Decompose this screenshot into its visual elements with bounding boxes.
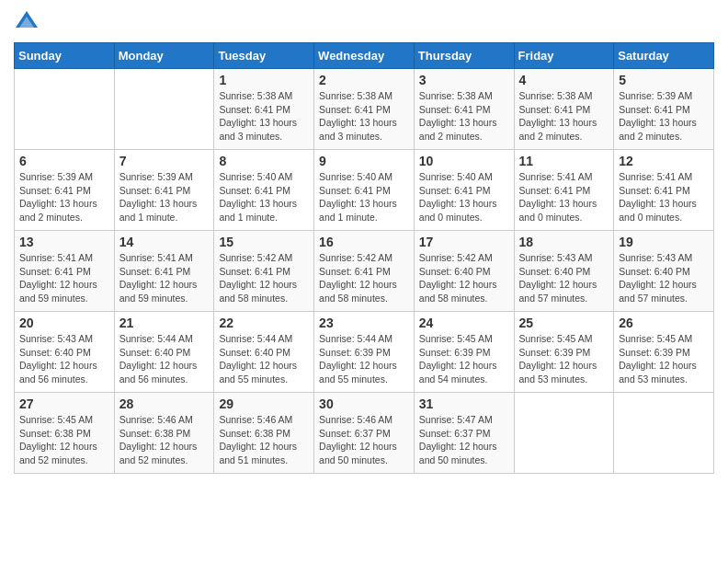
day-detail: Sunrise: 5:38 AMSunset: 6:41 PMDaylight:… xyxy=(319,89,409,144)
day-detail: Sunrise: 5:45 AMSunset: 6:38 PMDaylight:… xyxy=(19,413,109,467)
day-number: 28 xyxy=(119,396,210,411)
calendar-cell: 27Sunrise: 5:45 AMSunset: 6:38 PMDayligh… xyxy=(15,393,115,474)
day-number: 1 xyxy=(219,73,309,87)
day-number: 11 xyxy=(519,154,609,168)
calendar-cell: 29Sunrise: 5:46 AMSunset: 6:38 PMDayligh… xyxy=(214,393,314,474)
day-number: 17 xyxy=(419,235,509,249)
day-number: 30 xyxy=(319,396,409,411)
day-detail: Sunrise: 5:41 AMSunset: 6:41 PMDaylight:… xyxy=(519,170,609,224)
calendar-cell: 26Sunrise: 5:45 AMSunset: 6:39 PMDayligh… xyxy=(614,312,714,393)
calendar-cell: 17Sunrise: 5:42 AMSunset: 6:40 PMDayligh… xyxy=(414,231,514,312)
calendar-cell: 5Sunrise: 5:39 AMSunset: 6:41 PMDaylight… xyxy=(614,69,714,150)
day-detail: Sunrise: 5:45 AMSunset: 6:39 PMDaylight:… xyxy=(519,332,609,386)
day-detail: Sunrise: 5:38 AMSunset: 6:41 PMDaylight:… xyxy=(219,89,309,144)
calendar-cell: 9Sunrise: 5:40 AMSunset: 6:41 PMDaylight… xyxy=(314,150,415,231)
calendar-cell: 25Sunrise: 5:45 AMSunset: 6:39 PMDayligh… xyxy=(514,312,614,393)
calendar-cell: 6Sunrise: 5:39 AMSunset: 6:41 PMDaylight… xyxy=(15,150,115,231)
day-number: 10 xyxy=(419,154,509,168)
day-number: 5 xyxy=(619,73,709,87)
calendar-cell xyxy=(15,69,115,150)
weekday-header-monday: Monday xyxy=(114,43,214,69)
calendar-cell: 2Sunrise: 5:38 AMSunset: 6:41 PMDaylight… xyxy=(314,69,415,150)
day-number: 7 xyxy=(119,154,210,168)
day-detail: Sunrise: 5:39 AMSunset: 6:41 PMDaylight:… xyxy=(19,170,109,224)
calendar-cell: 8Sunrise: 5:40 AMSunset: 6:41 PMDaylight… xyxy=(214,150,314,231)
calendar-cell: 11Sunrise: 5:41 AMSunset: 6:41 PMDayligh… xyxy=(514,150,614,231)
day-number: 20 xyxy=(19,316,109,330)
day-number: 14 xyxy=(119,235,210,249)
day-number: 4 xyxy=(519,73,609,87)
calendar-header: SundayMondayTuesdayWednesdayThursdayFrid… xyxy=(15,43,714,69)
day-number: 24 xyxy=(419,316,509,330)
calendar-week-row: 13Sunrise: 5:41 AMSunset: 6:41 PMDayligh… xyxy=(15,231,714,312)
day-detail: Sunrise: 5:44 AMSunset: 6:40 PMDaylight:… xyxy=(219,332,309,386)
calendar-cell xyxy=(614,393,714,474)
day-number: 18 xyxy=(519,235,609,249)
calendar-cell: 16Sunrise: 5:42 AMSunset: 6:41 PMDayligh… xyxy=(314,231,415,312)
day-detail: Sunrise: 5:43 AMSunset: 6:40 PMDaylight:… xyxy=(519,251,609,305)
day-number: 25 xyxy=(519,316,609,330)
day-number: 3 xyxy=(419,73,509,87)
calendar-cell: 10Sunrise: 5:40 AMSunset: 6:41 PMDayligh… xyxy=(414,150,514,231)
day-detail: Sunrise: 5:41 AMSunset: 6:41 PMDaylight:… xyxy=(19,251,109,305)
day-detail: Sunrise: 5:45 AMSunset: 6:39 PMDaylight:… xyxy=(619,332,709,386)
calendar-cell: 12Sunrise: 5:41 AMSunset: 6:41 PMDayligh… xyxy=(614,150,714,231)
day-detail: Sunrise: 5:41 AMSunset: 6:41 PMDaylight:… xyxy=(619,170,709,224)
calendar-cell: 28Sunrise: 5:46 AMSunset: 6:38 PMDayligh… xyxy=(114,393,214,474)
page-header xyxy=(14,9,714,35)
day-number: 15 xyxy=(219,235,309,249)
day-number: 23 xyxy=(319,316,409,330)
day-detail: Sunrise: 5:41 AMSunset: 6:41 PMDaylight:… xyxy=(119,251,210,305)
calendar-cell: 20Sunrise: 5:43 AMSunset: 6:40 PMDayligh… xyxy=(15,312,115,393)
calendar-cell: 31Sunrise: 5:47 AMSunset: 6:37 PMDayligh… xyxy=(414,393,514,474)
weekday-header-tuesday: Tuesday xyxy=(214,43,314,69)
day-number: 19 xyxy=(619,235,709,249)
day-detail: Sunrise: 5:39 AMSunset: 6:41 PMDaylight:… xyxy=(619,89,709,144)
calendar-cell: 24Sunrise: 5:45 AMSunset: 6:39 PMDayligh… xyxy=(414,312,514,393)
weekday-header-saturday: Saturday xyxy=(614,43,714,69)
day-detail: Sunrise: 5:42 AMSunset: 6:41 PMDaylight:… xyxy=(219,251,309,305)
day-number: 2 xyxy=(319,73,409,87)
day-detail: Sunrise: 5:44 AMSunset: 6:39 PMDaylight:… xyxy=(319,332,409,386)
calendar-cell: 4Sunrise: 5:38 AMSunset: 6:41 PMDaylight… xyxy=(514,69,614,150)
calendar-cell: 7Sunrise: 5:39 AMSunset: 6:41 PMDaylight… xyxy=(114,150,214,231)
day-detail: Sunrise: 5:38 AMSunset: 6:41 PMDaylight:… xyxy=(519,89,609,144)
calendar-body: 1Sunrise: 5:38 AMSunset: 6:41 PMDaylight… xyxy=(15,69,714,474)
calendar-cell xyxy=(514,393,614,474)
calendar-cell: 1Sunrise: 5:38 AMSunset: 6:41 PMDaylight… xyxy=(214,69,314,150)
day-detail: Sunrise: 5:42 AMSunset: 6:40 PMDaylight:… xyxy=(419,251,509,305)
day-detail: Sunrise: 5:45 AMSunset: 6:39 PMDaylight:… xyxy=(419,332,509,386)
day-number: 29 xyxy=(219,396,309,411)
day-detail: Sunrise: 5:46 AMSunset: 6:38 PMDaylight:… xyxy=(219,413,309,467)
day-detail: Sunrise: 5:47 AMSunset: 6:37 PMDaylight:… xyxy=(419,413,509,467)
day-detail: Sunrise: 5:42 AMSunset: 6:41 PMDaylight:… xyxy=(319,251,409,305)
day-number: 12 xyxy=(619,154,709,168)
day-number: 16 xyxy=(319,235,409,249)
day-detail: Sunrise: 5:43 AMSunset: 6:40 PMDaylight:… xyxy=(19,332,109,386)
day-detail: Sunrise: 5:43 AMSunset: 6:40 PMDaylight:… xyxy=(619,251,709,305)
day-detail: Sunrise: 5:44 AMSunset: 6:40 PMDaylight:… xyxy=(119,332,210,386)
day-detail: Sunrise: 5:38 AMSunset: 6:41 PMDaylight:… xyxy=(419,89,509,144)
day-number: 22 xyxy=(219,316,309,330)
calendar-week-row: 6Sunrise: 5:39 AMSunset: 6:41 PMDaylight… xyxy=(15,150,714,231)
calendar-week-row: 20Sunrise: 5:43 AMSunset: 6:40 PMDayligh… xyxy=(15,312,714,393)
calendar-cell: 15Sunrise: 5:42 AMSunset: 6:41 PMDayligh… xyxy=(214,231,314,312)
logo xyxy=(14,9,43,35)
calendar-cell: 30Sunrise: 5:46 AMSunset: 6:37 PMDayligh… xyxy=(314,393,415,474)
day-detail: Sunrise: 5:40 AMSunset: 6:41 PMDaylight:… xyxy=(419,170,509,224)
calendar-cell: 18Sunrise: 5:43 AMSunset: 6:40 PMDayligh… xyxy=(514,231,614,312)
day-detail: Sunrise: 5:39 AMSunset: 6:41 PMDaylight:… xyxy=(119,170,210,224)
weekday-header-thursday: Thursday xyxy=(414,43,514,69)
logo-icon xyxy=(14,9,40,35)
calendar-week-row: 27Sunrise: 5:45 AMSunset: 6:38 PMDayligh… xyxy=(15,393,714,474)
day-number: 8 xyxy=(219,154,309,168)
weekday-header-sunday: Sunday xyxy=(15,43,115,69)
day-number: 31 xyxy=(419,396,509,411)
calendar-week-row: 1Sunrise: 5:38 AMSunset: 6:41 PMDaylight… xyxy=(15,69,714,150)
weekday-header-row: SundayMondayTuesdayWednesdayThursdayFrid… xyxy=(15,43,714,69)
day-detail: Sunrise: 5:46 AMSunset: 6:37 PMDaylight:… xyxy=(319,413,409,467)
day-detail: Sunrise: 5:46 AMSunset: 6:38 PMDaylight:… xyxy=(119,413,210,467)
calendar-cell: 23Sunrise: 5:44 AMSunset: 6:39 PMDayligh… xyxy=(314,312,415,393)
calendar-cell: 22Sunrise: 5:44 AMSunset: 6:40 PMDayligh… xyxy=(214,312,314,393)
weekday-header-friday: Friday xyxy=(514,43,614,69)
